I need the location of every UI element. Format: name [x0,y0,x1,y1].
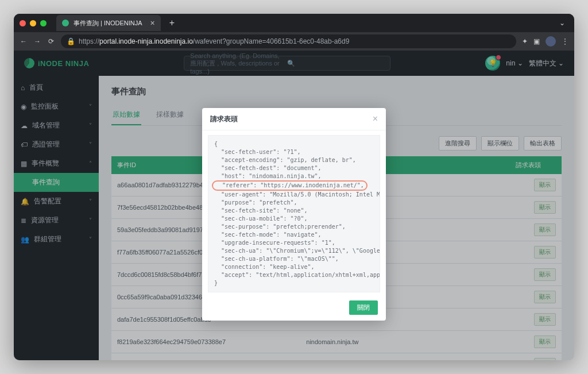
forward-button[interactable]: → [33,37,41,45]
maximize-window-button[interactable] [40,20,47,26]
code-line: "referer": "https://www.inodeninja.net/"… [214,180,374,191]
browser-tab[interactable]: 事件查詢 | INODENINJA × [56,15,161,31]
lock-icon: 🔒 [67,37,75,45]
headers-code-block: { "sec-fetch-user": "?1", "accept-encodi… [208,135,380,292]
address-bar[interactable]: 🔒 https://portal.inode-ninja.inodeninja.… [61,34,516,48]
modal-close-button[interactable]: 關閉 [349,300,378,315]
code-line: "sec-fetch-mode": "navigate", [214,231,374,239]
tab-close-icon[interactable]: × [150,18,155,28]
code-line: "sec-ch-ua": "\"Chromium\";v=\"112\", \"… [214,247,374,255]
tabs-menu-icon[interactable]: ⌄ [559,19,565,27]
code-line: "sec-ch-ua-mobile": "?0", [214,215,374,223]
code-line: "purpose": "prefetch", [214,199,374,207]
code-line: "accept": "text/html,application/xhtml+x… [214,271,374,279]
code-line: "upgrade-insecure-requests": "1", [214,239,374,247]
code-line: "accept-encoding": "gzip, deflate, br", [214,156,374,164]
reload-button[interactable]: ⟳ [47,37,55,45]
code-line: "host": "nindomain.ninja.tw", [214,172,374,180]
tab-favicon [62,20,69,26]
tab-title: 事件查詢 | INODENINJA [74,19,142,28]
code-line: "sec-purpose": "prefetch;prerender", [214,223,374,231]
kebab-menu-icon[interactable]: ⋮ [562,37,568,45]
code-line: "connection": "keep-alive", [214,263,374,271]
code-line: "sec-ch-ua-platform": "\"macOS\"", [214,255,374,263]
code-line: "sec-fetch-site": "none", [214,207,374,215]
code-line: "user-agent": "Mozilla/5.0 (Macintosh; I… [214,191,374,199]
code-line: } [214,279,374,287]
request-headers-modal: 請求表頭 × { "sec-fetch-user": "?1", "accept… [202,108,386,321]
url-path: /wafevent?groupName=406615b1-6ec0-48ab-a… [193,37,350,45]
close-window-button[interactable] [20,20,26,26]
url-host: portal.inode-ninja.inodeninja.io [99,37,193,45]
code-line: "sec-fetch-user": "?1", [214,148,374,156]
window-icon[interactable]: ▣ [533,37,540,45]
back-button[interactable]: ← [20,37,28,45]
app-container: iNODE NINJA Search anything. (Eg. Domain… [14,51,574,360]
profile-avatar[interactable] [546,36,556,47]
minimize-window-button[interactable] [30,20,36,26]
extensions-icon[interactable]: ✦ [522,37,528,45]
url-bar: ← → ⟳ 🔒 https://portal.inode-ninja.inode… [14,32,574,51]
code-line: { [214,140,374,148]
code-line: "sec-fetch-dest": "document", [214,164,374,172]
browser-window: 事件查詢 | INODENINJA × + ⌄ ← → ⟳ 🔒 https://… [14,14,574,360]
titlebar: 事件查詢 | INODENINJA × + ⌄ [14,14,574,32]
modal-close-icon[interactable]: × [373,114,378,124]
new-tab-button[interactable]: + [169,18,175,28]
modal-title: 請求表頭 [210,114,238,124]
highlighted-line: "referer": "https://www.inodeninja.net/"… [212,180,368,191]
